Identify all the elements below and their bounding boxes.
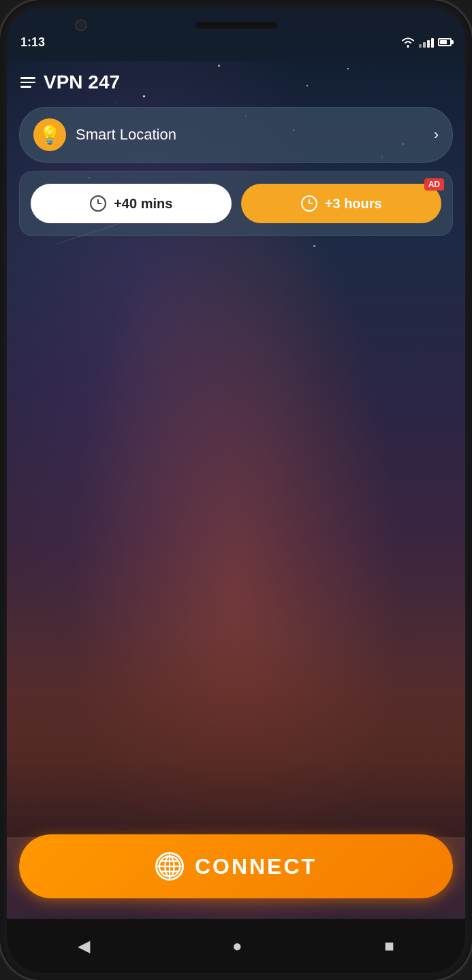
ad-badge: AD — [424, 178, 444, 191]
signal-icon — [419, 37, 434, 48]
recent-button[interactable]: ■ — [384, 936, 394, 956]
phone-frame: 1:13 — [0, 0, 472, 980]
clock-icon-1 — [89, 195, 107, 212]
timer-40min-button[interactable]: +40 mins — [31, 184, 232, 223]
phone-screen: 1:13 — [7, 7, 465, 973]
back-button[interactable]: ◀ — [78, 936, 90, 956]
globe-icon — [155, 852, 184, 881]
location-label: Smart Location — [76, 126, 176, 144]
timer-3hours-label: +3 hours — [325, 196, 382, 212]
status-time: 1:13 — [20, 35, 45, 50]
home-button[interactable]: ● — [232, 936, 242, 956]
battery-icon — [438, 38, 452, 46]
chevron-right-icon: › — [434, 126, 439, 144]
svg-point-6 — [159, 856, 180, 877]
camera — [75, 19, 87, 31]
status-bar: 1:13 — [7, 29, 465, 56]
bulb-icon: 💡 — [39, 125, 61, 146]
timer-3hours-button[interactable]: AD +3 hours — [241, 184, 442, 223]
location-selector[interactable]: 💡 Smart Location › — [19, 107, 453, 163]
timer-section: +40 mins AD +3 hours — [19, 171, 453, 236]
status-icons — [401, 37, 452, 48]
bottom-nav: ◀ ● ■ — [7, 919, 465, 973]
connect-button[interactable]: CONNECT — [19, 834, 453, 898]
app-header: VPN 247 — [7, 61, 465, 100]
menu-button[interactable] — [20, 77, 35, 88]
main-content: VPN 247 💡 Smart Location › — [7, 61, 465, 919]
earpiece — [195, 22, 277, 29]
wifi-icon — [401, 37, 415, 48]
timer-40min-label: +40 mins — [114, 196, 172, 212]
status-bar-container: 1:13 — [7, 7, 465, 61]
svg-point-7 — [165, 856, 174, 877]
app-title: VPN 247 — [44, 71, 120, 93]
globe-svg — [157, 853, 182, 879]
location-icon: 💡 — [33, 118, 66, 151]
clock-icon-2 — [300, 195, 318, 212]
connect-label: CONNECT — [195, 854, 317, 879]
location-left: 💡 Smart Location — [33, 118, 176, 151]
